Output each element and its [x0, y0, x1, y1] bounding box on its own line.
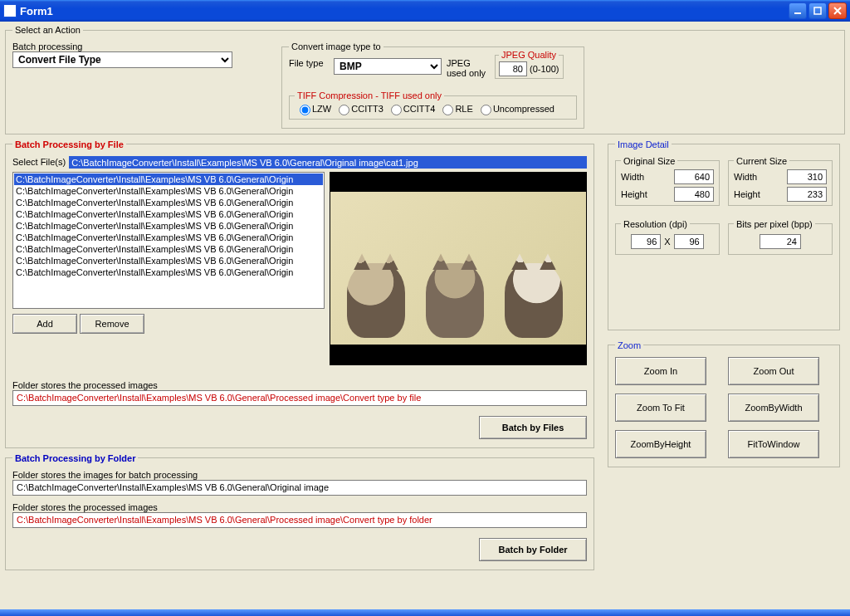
zoom-by-height-button[interactable]: ZoomByHeight: [615, 430, 706, 458]
bpp-value: [760, 234, 801, 249]
tiff-rle-radio[interactable]: RLE: [437, 104, 472, 114]
select-action-group: Select an Action Batch processing Conver…: [5, 25, 845, 134]
batch-by-file-group: Batch Processing by File Select File(s) …: [5, 139, 594, 448]
orig-width-value: [674, 169, 714, 184]
res-y-value: [674, 234, 704, 249]
current-size-legend: Current Size: [734, 156, 789, 166]
tiff-uncompressed-radio[interactable]: Uncompressed: [476, 104, 554, 114]
resolution-group: Resolution (dpi) X: [615, 219, 720, 255]
titlebar: Form1: [0, 0, 850, 22]
tiff-lzw-radio[interactable]: LZW: [295, 104, 331, 114]
byfolder-out-label: Folder stores the processed images: [12, 502, 158, 512]
image-preview: [330, 172, 587, 365]
jpeg-quality-legend: JPEG Quality: [499, 50, 559, 60]
taskbar: [0, 609, 850, 616]
filetype-label: File type: [289, 58, 329, 68]
window-title: Form1: [20, 5, 53, 17]
svg-rect-1: [814, 7, 821, 14]
bpp-legend: Bits per pixel (bpp): [734, 219, 815, 229]
res-sep: X: [664, 237, 670, 247]
list-item[interactable]: C:\BatchImageConverter\Install\Examples\…: [14, 266, 323, 278]
fit-to-window-button[interactable]: FitToWindow: [728, 430, 819, 458]
maximize-button[interactable]: [808, 2, 827, 19]
zoom-to-fit-button[interactable]: Zoom To Fit: [615, 394, 706, 422]
orig-height-label: Height: [621, 189, 647, 199]
selected-file-path: C:\BatchImageConverter\Install\Examples\…: [69, 156, 587, 169]
tiff-legend: TIFF Compression - TIFF used only: [295, 90, 444, 100]
tiff-compression-group: TIFF Compression - TIFF used only LZW CC…: [289, 90, 577, 120]
cur-width-label: Width: [734, 172, 757, 182]
jpeg-quality-input[interactable]: [499, 61, 527, 76]
tiff-ccitt4-radio[interactable]: CCITT4: [386, 104, 436, 114]
byfolder-in-label: Folder stores the images for batch proce…: [12, 470, 198, 480]
remove-button[interactable]: Remove: [80, 314, 144, 334]
list-item[interactable]: C:\BatchImageConverter\Install\Examples\…: [14, 174, 323, 185]
batch-by-folder-group: Batch Processing by Folder Folder stores…: [5, 453, 594, 570]
list-item[interactable]: C:\BatchImageConverter\Install\Examples\…: [14, 232, 323, 243]
orig-height-value: [674, 187, 714, 202]
image-detail-legend: Image Detail: [615, 139, 672, 149]
cur-height-label: Height: [734, 189, 760, 199]
add-button[interactable]: Add: [12, 314, 77, 334]
res-x-value: [631, 234, 661, 249]
list-item[interactable]: C:\BatchImageConverter\Install\Examples\…: [14, 185, 323, 197]
list-item[interactable]: C:\BatchImageConverter\Install\Examples\…: [14, 255, 323, 266]
svg-rect-0: [794, 12, 801, 14]
list-item[interactable]: C:\BatchImageConverter\Install\Examples\…: [14, 208, 323, 220]
minimize-button[interactable]: [789, 2, 807, 19]
list-item[interactable]: C:\BatchImageConverter\Install\Examples\…: [14, 197, 323, 208]
jpeg-quality-group: JPEG Quality (0-100): [495, 50, 564, 79]
byfile-out-label: Folder stores the processed images: [12, 380, 158, 390]
original-size-group: Original Size Width Height: [615, 156, 720, 206]
batch-by-file-legend: Batch Processing by File: [12, 139, 126, 149]
list-item[interactable]: C:\BatchImageConverter\Install\Examples\…: [14, 243, 323, 255]
batch-by-files-button[interactable]: Batch by Files: [479, 416, 587, 439]
byfolder-out-path[interactable]: [12, 512, 587, 528]
zoom-legend: Zoom: [615, 340, 643, 350]
file-listbox[interactable]: C:\BatchImageConverter\Install\Examples\…: [12, 172, 325, 309]
orig-width-label: Width: [621, 172, 644, 182]
convert-type-group: Convert image type to File type BMP JPEG…: [281, 42, 584, 129]
current-size-group: Current Size Width Height: [728, 156, 833, 206]
batch-processing-select[interactable]: Convert File Type: [12, 51, 232, 68]
zoom-group: Zoom Zoom In Zoom Out Zoom To Fit ZoomBy…: [608, 340, 840, 467]
zoom-by-width-button[interactable]: ZoomByWidth: [728, 394, 819, 422]
batch-by-folder-legend: Batch Processing by Folder: [12, 453, 138, 463]
byfile-out-path[interactable]: [12, 390, 587, 406]
zoom-out-button[interactable]: Zoom Out: [728, 357, 819, 385]
select-files-label: Select File(s): [12, 157, 66, 167]
close-button[interactable]: [828, 2, 847, 19]
original-size-legend: Original Size: [621, 156, 677, 166]
cur-height-value: [787, 187, 827, 202]
batch-processing-label: Batch processing: [12, 42, 82, 51]
list-item[interactable]: C:\BatchImageConverter\Install\Examples\…: [14, 220, 323, 232]
batch-by-folder-button[interactable]: Batch by Folder: [479, 538, 587, 561]
byfolder-in-path[interactable]: [12, 480, 587, 496]
bpp-group: Bits per pixel (bpp): [728, 219, 833, 255]
convert-type-legend: Convert image type to: [289, 42, 383, 51]
image-detail-group: Image Detail Original Size Width Height: [608, 139, 840, 330]
select-action-legend: Select an Action: [12, 25, 83, 35]
jpeg-usedonly-label: JPEG used only: [447, 58, 486, 78]
resolution-legend: Resolution (dpi): [621, 219, 690, 229]
tiff-ccitt3-radio[interactable]: CCITT3: [334, 104, 383, 114]
cur-width-value: [787, 169, 827, 184]
app-icon: [3, 4, 17, 17]
jpeg-quality-range: (0-100): [530, 64, 559, 74]
filetype-select[interactable]: BMP: [334, 58, 442, 75]
zoom-in-button[interactable]: Zoom In: [615, 357, 706, 385]
